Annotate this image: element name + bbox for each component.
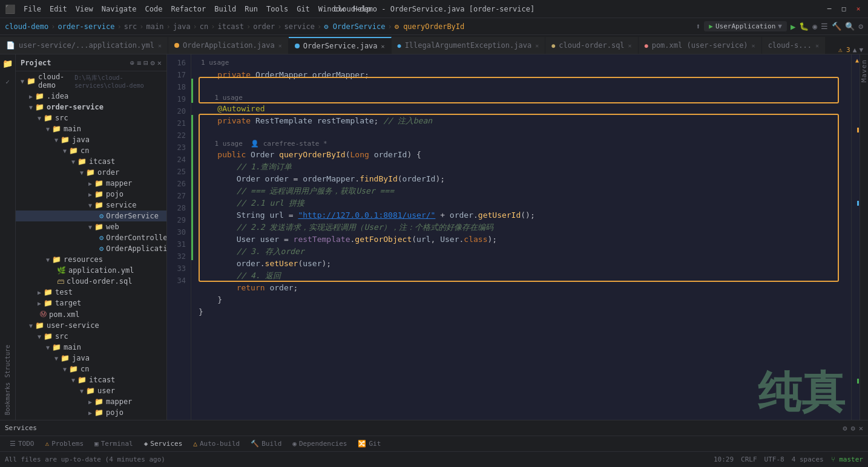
tab-close-icon[interactable]: ✕ [158,42,162,49]
tree-cn[interactable]: ▼ 📁 cn [16,145,166,156]
toolbar-services[interactable]: ◈ Services [139,439,188,449]
tab-close-icon[interactable]: ✕ [815,42,819,49]
tree-src[interactable]: ▼ 📁 src [16,113,166,123]
tab-cloud-s[interactable]: cloud-s... ✕ [762,37,826,54]
menu-code[interactable]: Code [142,4,166,15]
structure-icon[interactable]: Structure [4,345,11,377]
tree-target[interactable]: ▶ 📁 target [16,298,166,309]
tree-ordercontroller[interactable]: ⚙ OrderController [16,232,166,243]
breadcrumb-src[interactable]: src [124,22,137,31]
tab-order-service[interactable]: OrderService.java ✕ [289,37,392,54]
tab-close-icon[interactable]: ✕ [752,42,755,49]
tree-pom-xml[interactable]: Ⓜ pom.xml [16,309,166,320]
menu-bar[interactable]: File Edit View Navigate Code Refactor Bu… [20,4,374,15]
toolbar-git[interactable]: 🔀 Git [353,439,386,449]
maven-panel[interactable]: Maven [860,54,868,420]
tree-action-sort[interactable]: ≡ [137,59,141,67]
tree-us-itcast[interactable]: ▼ 📁 itcast [16,374,166,385]
profile-button[interactable]: ◉ [812,22,817,31]
tree-root[interactable]: ▼ 📁 cloud-demo D:\马库\cloud-services\clou… [16,71,166,91]
tree-pojo[interactable]: ▶ 📁 pojo [16,189,166,200]
tree-header-actions[interactable]: ⊕ ≡ ⊟ ⚙ ✕ [130,59,162,67]
menu-refactor[interactable]: Refactor [167,4,209,15]
tree-orderapplication[interactable]: ⚙ OrderApplication [16,243,166,254]
tree-web[interactable]: ▼ 📁 web [16,221,166,232]
tree-test[interactable]: ▶ 📁 test [16,287,166,298]
toolbar-problems[interactable]: ⚠ Problems [41,439,89,449]
tab-cloud-order-sql[interactable]: ● cloud-order.sql ✕ [545,37,638,54]
menu-run[interactable]: Run [241,4,261,15]
minimize-button[interactable]: ─ [824,4,834,14]
breadcrumb-cloud-demo[interactable]: cloud-demo [5,22,48,31]
tree-order[interactable]: ▼ 📁 order [16,167,166,178]
breadcrumb-cn[interactable]: cn [200,22,208,31]
breadcrumb-queryorderbyid[interactable]: ⚙ queryOrderById [395,22,465,31]
run-toolbar[interactable]: ⬆ ▶ UserApplication ▼ ▶ 🐛 ◉ ☰ 🔨 🔍 ⚙ [695,21,863,31]
menu-build[interactable]: Build [211,4,240,15]
menu-git[interactable]: Git [293,4,314,15]
project-panel-icon[interactable]: 📁 [1,57,15,70]
tree-order-service[interactable]: ▼ 📁 order-service [16,102,166,113]
breadcrumb-orderservice[interactable]: ⚙ OrderService [324,22,385,31]
tab-pom-xml[interactable]: ● pom.xml (user-service) ✕ [639,37,762,54]
status-branch[interactable]: ⑂ master [831,456,863,463]
breadcrumb-java[interactable]: java [173,22,191,31]
tree-action-collapse[interactable]: ⊟ [143,59,148,67]
breadcrumb-itcast[interactable]: itcast [218,22,244,31]
tree-cloud-order-sql[interactable]: 🗃 cloud-order.sql [16,276,166,287]
menu-edit[interactable]: Edit [46,4,71,15]
tree-itcast[interactable]: ▼ 📁 itcast [16,156,166,167]
vcs-icon[interactable]: ⬆ [695,22,700,31]
tree-idea[interactable]: ▶ 📁 .idea [16,91,166,102]
menu-tools[interactable]: Tools [263,4,292,15]
toolbar-terminal[interactable]: ▣ Terminal [90,439,138,449]
services-settings-icon[interactable]: ⚙ [843,424,847,433]
tab-user-service-app[interactable]: 📄 user-service/...application.yml ✕ [0,37,168,54]
search-button[interactable]: 🔍 [845,22,855,31]
tree-us-main[interactable]: ▼ 📁 main [16,342,166,353]
restore-button[interactable]: □ [839,4,849,14]
tab-close-icon[interactable]: ✕ [535,42,539,49]
status-line-ending[interactable]: CRLF [741,456,757,463]
status-indent[interactable]: 4 spaces [792,456,824,463]
tree-us-mapper[interactable]: ▶ 📁 mapper [16,396,166,407]
window-controls[interactable]: ─ □ ✕ [824,4,863,14]
tree-us-user[interactable]: ▼ 📁 user [16,385,166,396]
breadcrumb-service[interactable]: service [284,22,315,31]
breadcrumb-order[interactable]: order [253,22,275,31]
breadcrumb-order-service[interactable]: order-service [58,22,114,31]
scroll-down-icon[interactable]: ▼ [859,46,863,54]
tree-service[interactable]: ▼ 📁 service [16,200,166,211]
tab-close-icon[interactable]: ✕ [628,42,632,49]
services-close-icon[interactable]: ✕ [859,424,863,433]
status-line-col[interactable]: 10:29 [714,456,734,463]
scroll-gutter[interactable]: ▲ [851,54,860,420]
services-gear-icon[interactable]: ⚙ [851,424,855,433]
toolbar-build[interactable]: 🔨 Build [246,439,286,449]
toolbar-todo[interactable]: ☰ TODO [5,439,39,449]
toolbar-auto-build[interactable]: △ Auto-build [188,439,245,449]
tab-order-application[interactable]: OrderApplication.java ✕ [168,37,289,54]
scroll-up-icon[interactable]: ▲ [853,46,857,54]
tab-close-icon[interactable]: ✕ [278,42,282,49]
tree-us-src[interactable]: ▼ 📁 src [16,331,166,342]
maven-panel-label[interactable]: Maven [860,59,868,82]
run-button[interactable]: ▶ [791,22,795,31]
commit-icon[interactable]: ✓ [1,75,15,88]
tree-main[interactable]: ▼ 📁 main [16,123,166,134]
tree-resources[interactable]: ▼ 📁 resources [16,254,166,265]
close-button[interactable]: ✕ [853,4,863,14]
tree-us-cn[interactable]: ▼ 📁 cn [16,364,166,374]
tree-us-pojo[interactable]: ▶ 📁 pojo [16,407,166,418]
tree-action-settings[interactable]: ⚙ [151,59,155,67]
tab-illegal-arg[interactable]: ● IllegalArgumentException.java ✕ [392,37,546,54]
tab-close-icon[interactable]: ✕ [381,43,385,50]
tree-us-java[interactable]: ▼ 📁 java [16,353,166,364]
settings-button[interactable]: ⚙ [858,22,863,31]
menu-file[interactable]: File [20,4,45,15]
status-encoding[interactable]: UTF-8 [764,456,784,463]
menu-view[interactable]: View [72,4,97,15]
tree-application-yml[interactable]: 🌿 application.yml [16,265,166,276]
tree-close-icon[interactable]: ✕ [157,59,162,67]
bookmarks-icon[interactable]: Bookmarks [4,382,11,415]
